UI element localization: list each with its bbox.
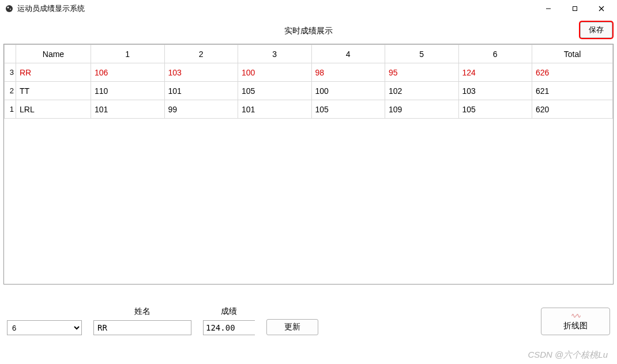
page-title: 实时成绩展示 — [284, 26, 333, 36]
empty-label — [43, 308, 46, 317]
name-input-group: 姓名 — [93, 306, 191, 335]
table-cell[interactable]: LRL — [16, 100, 91, 119]
table-corner — [5, 45, 16, 63]
round-select[interactable]: 6 — [7, 320, 82, 335]
table-cell[interactable]: 103 — [164, 63, 238, 82]
header-row: 实时成绩展示 保存 — [3, 21, 614, 41]
bottom-toolbar: 6 姓名 成绩 ▲ ▼ 更新 ∿∿ 折线图 — [3, 285, 614, 335]
update-button[interactable]: 更新 — [266, 319, 318, 335]
round-select-group: 6 — [7, 308, 82, 335]
score-input-group: 成绩 ▲ ▼ — [203, 306, 255, 335]
save-button[interactable]: 保存 — [580, 22, 612, 38]
results-table-container[interactable]: Name 1 2 3 4 5 6 Total 3RR10610310098951… — [3, 44, 614, 285]
line-chart-icon: ∿∿ — [571, 312, 580, 320]
table-cell[interactable]: 105 — [238, 82, 312, 100]
titlebar: 运动员成绩显示系统 — [0, 0, 617, 17]
table-cell[interactable]: 95 — [385, 63, 459, 82]
maximize-button[interactable] — [562, 0, 588, 17]
table-cell[interactable]: 626 — [532, 63, 613, 82]
save-button-label: 保存 — [589, 25, 604, 35]
table-row[interactable]: 3RR1061031009895124626 — [5, 63, 613, 82]
app-icon — [5, 4, 14, 13]
window-title: 运动员成绩显示系统 — [17, 3, 85, 14]
svg-point-1 — [7, 7, 9, 9]
col-header[interactable]: Total — [532, 45, 613, 63]
table-cell[interactable]: 620 — [532, 100, 613, 119]
score-label: 成绩 — [221, 306, 237, 317]
row-number: 1 — [5, 100, 16, 119]
row-number: 2 — [5, 82, 16, 100]
table-cell[interactable]: 110 — [91, 82, 165, 100]
table-row[interactable]: 1LRL10199101105109105620 — [5, 100, 613, 119]
name-label: 姓名 — [134, 306, 151, 317]
table-cell[interactable]: 105 — [458, 100, 532, 119]
svg-point-2 — [10, 9, 11, 10]
empty-label — [291, 306, 294, 316]
table-header-row: Name 1 2 3 4 5 6 Total — [5, 45, 613, 63]
table-cell[interactable]: 101 — [164, 82, 238, 100]
table-cell[interactable]: 109 — [385, 100, 459, 119]
chart-button[interactable]: ∿∿ 折线图 — [541, 308, 610, 335]
col-header[interactable]: 4 — [311, 45, 385, 63]
col-header[interactable]: 5 — [385, 45, 459, 63]
svg-point-0 — [6, 5, 13, 12]
table-cell[interactable]: 99 — [164, 100, 238, 119]
update-button-group: 更新 — [266, 306, 318, 335]
name-input[interactable] — [93, 320, 191, 335]
score-spinbox[interactable]: ▲ ▼ — [203, 320, 255, 335]
table-cell[interactable]: 101 — [238, 100, 312, 119]
table-cell[interactable]: 100 — [238, 63, 312, 82]
watermark: CSDN @六个核桃Lu — [528, 350, 608, 361]
table-cell[interactable]: 101 — [91, 100, 165, 119]
table-cell[interactable]: 621 — [532, 82, 613, 100]
table-cell[interactable]: 106 — [91, 63, 165, 82]
results-table: Name 1 2 3 4 5 6 Total 3RR10610310098951… — [4, 44, 613, 119]
col-header[interactable]: 1 — [91, 45, 165, 63]
minimize-button[interactable] — [535, 0, 562, 17]
table-cell[interactable]: 98 — [311, 63, 385, 82]
table-cell[interactable]: RR — [16, 63, 91, 82]
table-cell[interactable]: 103 — [458, 82, 532, 100]
table-row[interactable]: 2TT110101105100102103621 — [5, 82, 613, 100]
table-cell[interactable]: 100 — [311, 82, 385, 100]
row-number: 3 — [5, 63, 16, 82]
col-header[interactable]: 2 — [164, 45, 238, 63]
col-header[interactable]: 6 — [458, 45, 532, 63]
svg-rect-4 — [573, 7, 577, 11]
table-cell[interactable]: TT — [16, 82, 91, 100]
table-cell[interactable]: 105 — [311, 100, 385, 119]
table-cell[interactable]: 124 — [458, 63, 532, 82]
table-cell[interactable]: 102 — [385, 82, 459, 100]
col-header[interactable]: 3 — [238, 45, 312, 63]
update-button-label: 更新 — [284, 322, 300, 331]
chart-button-label: 折线图 — [563, 321, 588, 331]
close-button[interactable] — [588, 0, 615, 17]
col-header[interactable]: Name — [16, 45, 91, 63]
